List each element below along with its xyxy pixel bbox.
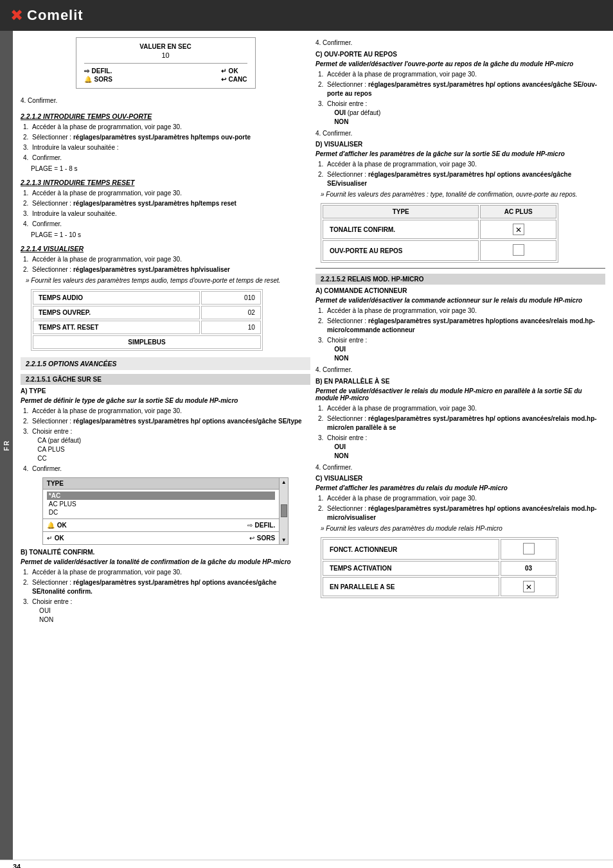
list-item: Accéder à la phase de programmation, voi…	[318, 306, 605, 315]
table-cell-value: 03	[501, 561, 556, 576]
table-row: FONCT. ACTIONNEUR	[323, 539, 556, 560]
list-item: Accéder à la phase de programmation, voi…	[318, 70, 605, 79]
section-2214-list: Accéder à la phase de programmation, voi…	[21, 255, 310, 274]
table-cell: TEMPS AUDIO	[33, 291, 200, 305]
scroll-up-icon: ▲	[281, 479, 287, 485]
scrollbar[interactable]: ▲ ▼	[279, 478, 288, 544]
list-item: Sélectionner : réglages/paramètres syst.…	[318, 170, 605, 188]
list-item: Sélectionner : réglages/paramètres syst.…	[318, 80, 605, 98]
section-2212-list: Accéder à la phase de programmation, voi…	[21, 123, 310, 163]
a-type-description: Permet de définir le type de gâche sur l…	[21, 397, 310, 404]
type-item-ac[interactable]: *AC	[47, 492, 275, 500]
list-item: Accéder à la phase de programmation, voi…	[23, 407, 310, 416]
list-item: Choisir entre : OUI NON	[23, 598, 310, 624]
a-commande-label: A) COMMANDE ACTIONNEUR	[315, 287, 605, 294]
options-avancees-header: 2.2.1.5 OPTIONS AVANCÉES	[21, 357, 310, 370]
table-cell: 02	[201, 306, 261, 319]
list-item: Accéder à la phase de programmation, voi…	[318, 160, 605, 169]
step4-right: 4. Confirmer.	[315, 39, 605, 48]
d-visualiser-label: D) VISUALISER	[315, 141, 605, 148]
step4-confirm-1: 4. Confirmer.	[21, 96, 310, 106]
page-header: ✖ Comelit	[0, 0, 613, 31]
b-tonalite-description: Permet de valider/désactiver la tonalité…	[21, 558, 310, 565]
canc-button[interactable]: ↩ CANC	[221, 76, 247, 83]
checkbox-x-2: ✕	[523, 581, 535, 592]
table-cell: TEMPS OUVREP.	[33, 306, 200, 319]
cancel-small-icon: ↩	[249, 535, 254, 542]
plage-2212: PLAGE = 1 - 8 s	[31, 165, 310, 172]
bell-icon: 🔔	[84, 76, 92, 83]
table-cell: EN PARALLELE A SE	[323, 577, 499, 596]
list-item: Confirmer.	[23, 154, 310, 163]
b-tonalite-steps: Accéder à la phase de programmation, voi…	[21, 568, 310, 624]
table-cell: FONCT. ACTIONNEUR	[323, 539, 499, 560]
page-footer: 34	[0, 860, 613, 868]
sors-ctrl[interactable]: ↩ SORS	[249, 535, 275, 542]
list-item: Accéder à la phase de programmation, voi…	[318, 404, 605, 413]
b-parallele-label: B) EN PARALLÈLE À SE	[315, 378, 605, 385]
list-item: Accéder à la phase de programmation, voi…	[23, 189, 310, 198]
d-visualiser-steps: Accéder à la phase de programmation, voi…	[315, 160, 605, 188]
checkbox-x-icon: ✕	[513, 224, 524, 235]
table-cell: 010	[201, 291, 261, 305]
list-item: Accéder à la phase de programmation, voi…	[23, 123, 310, 132]
list-item: Choisir entre : OUI NON	[318, 434, 605, 461]
b-tonalite-label: B) TONALITÉ CONFIRM.	[21, 549, 310, 556]
c-visualiser-steps: Accéder à la phase de programmation, voi…	[315, 494, 605, 522]
c-visualiser-description: Permet d'afficher les paramètres du rela…	[315, 484, 605, 492]
table-cell: TONALITE CONFIRM.	[323, 220, 479, 239]
type-selector-footer: 🔔 OK ⇨ DEFIL.	[43, 518, 279, 531]
c-ouv-label: C) OUV-PORTE AU REPOS	[315, 51, 605, 58]
b-parallele-step4: 4. Confirmer.	[315, 463, 605, 473]
page-number: 34	[13, 863, 21, 868]
b-parallele-description: Permet de valider/désactiver le relais d…	[315, 387, 605, 402]
list-item: Accéder à la phase de programmation, voi…	[23, 568, 310, 577]
d-visualiser-arrow: » Fournit les valeurs des paramètres : t…	[321, 191, 605, 198]
table-cell-temps: TEMPS ACTIVATION	[323, 561, 499, 576]
enter-icon: ↵	[221, 67, 226, 75]
right-column: 4. Confirmer. C) OUV-PORTE AU REPOS Perm…	[315, 37, 605, 853]
plage-2213: PLAGE = 1 - 10 s	[31, 231, 310, 238]
a-commande-steps: Accéder à la phase de programmation, voi…	[315, 306, 605, 363]
list-item: Choisir entre : CA (par défaut) CA PLUS …	[23, 427, 310, 463]
table-row: TEMPS ACTIVATION 03	[323, 561, 556, 576]
type-item-dc[interactable]: DC	[47, 508, 275, 517]
cancel-icon: ↩	[221, 76, 226, 83]
type-item-acplus[interactable]: AC PLUS	[47, 500, 275, 508]
list-item: Accéder à la phase de programmation, voi…	[318, 494, 605, 503]
valuer-value: 10	[84, 51, 247, 59]
c-visualiser-arrow: » Fournit les valeurs des paramètres du …	[321, 525, 605, 532]
fr-sidebar-label: FR	[3, 439, 10, 450]
defil-ctrl[interactable]: ⇨ DEFIL.	[247, 522, 276, 529]
sors-button[interactable]: 🔔 SORS	[84, 76, 112, 83]
ok-label: OK	[57, 522, 67, 529]
table-row: OUV-PORTE AU REPOS	[323, 240, 556, 261]
ok-button[interactable]: ↵ OK	[221, 67, 247, 75]
defil-button[interactable]: ⇨ DEFIL.	[84, 67, 112, 75]
section-2212-title: 2.2.1.2 INTRODUIRE TEMPS OUV-PORTE	[21, 112, 310, 120]
list-item: Confirmer.	[23, 220, 310, 229]
c-ouv-step4: 4. Confirmer.	[315, 129, 605, 139]
table-cell-checkbox: ✕	[480, 220, 556, 239]
bell-small-icon: 🔔	[47, 522, 55, 529]
c-ouv-description: Permet de valider/désactiver l'ouvre-por…	[315, 60, 605, 67]
enter-small-icon: ↵	[47, 535, 52, 542]
ok-ctrl[interactable]: 🔔 OK	[47, 522, 67, 529]
ok2-ctrl[interactable]: ↵ OK	[47, 535, 64, 542]
b-parallele-steps: Accéder à la phase de programmation, voi…	[315, 404, 605, 461]
list-item: Accéder à la phase de programmation, voi…	[23, 255, 310, 264]
section-2214-title: 2.2.1.4 VISUALISER	[21, 245, 310, 252]
logo-icon: ✖	[10, 6, 23, 24]
ok2-label: OK	[55, 535, 64, 542]
sors-label: SORS	[257, 535, 275, 542]
defil-label: DEFIL.	[255, 522, 276, 529]
valuer-box: VALUER EN SEC 10 ⇨ DEFIL. 🔔 SORS	[76, 37, 256, 89]
table-cell: TEMPS ATT. RESET	[33, 321, 200, 334]
list-item: Sélectionner : réglages/paramètres syst.…	[318, 414, 605, 432]
table-2214: TEMPS AUDIO 010 TEMPS OUVREP. 02 TEMPS A…	[31, 289, 263, 351]
list-item: Sélectionner : réglages/paramètres syst.…	[23, 265, 310, 274]
valuer-title: VALUER EN SEC	[84, 43, 247, 50]
th-type: TYPE	[323, 205, 479, 218]
arrow-text-2214: » Fournit les valeurs des paramètres tem…	[26, 277, 310, 284]
c-ouv-steps: Accéder à la phase de programmation, voi…	[315, 70, 605, 127]
